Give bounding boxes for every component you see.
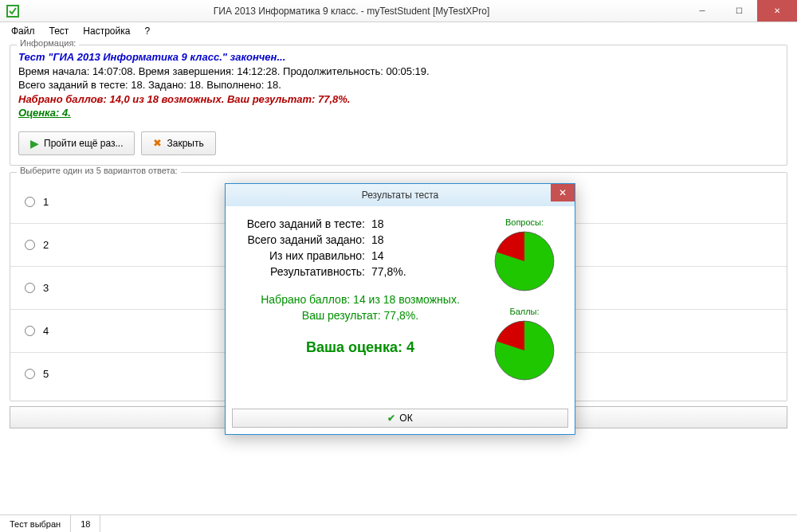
- info-score: Набрано баллов: 14,0 из 18 возможных. Ва…: [18, 92, 779, 107]
- stat-total-label: Всего заданий в тесте:: [240, 217, 371, 230]
- close-button-label: Закрыть: [167, 138, 203, 149]
- menu-settings[interactable]: Настройка: [77, 24, 136, 38]
- chart-points-label: Баллы:: [489, 307, 560, 316]
- window-controls: ─ ☐ ✕: [684, 0, 797, 22]
- results-dialog: Результаты теста ✕ Всего заданий в тесте…: [225, 183, 575, 435]
- chart-questions-label: Вопросы:: [489, 217, 560, 227]
- answer-label-3: 3: [43, 282, 49, 294]
- menu-test[interactable]: Тест: [43, 24, 76, 38]
- answer-radio-2[interactable]: [25, 240, 35, 250]
- answer-label-2: 2: [43, 239, 49, 251]
- close-icon: ✖: [153, 137, 162, 149]
- answer-radio-3[interactable]: [25, 283, 35, 293]
- stat-result-value: 77,8%.: [371, 265, 406, 278]
- answer-radio-5[interactable]: [25, 369, 35, 379]
- dialog-title-bar: Результаты теста ✕: [226, 184, 575, 206]
- app-icon: [6, 5, 19, 18]
- stat-result-label: Результативность:: [240, 265, 371, 278]
- info-test-finished: Тест "ГИА 2013 Информатика 9 класс." зак…: [18, 50, 779, 65]
- answer-label-1: 1: [43, 196, 49, 208]
- menu-help[interactable]: ?: [138, 24, 156, 38]
- info-timing: Время начала: 14:07:08. Время завершения…: [18, 65, 779, 79]
- info-panel: Информация: Тест "ГИА 2013 Информатика 9…: [10, 45, 787, 166]
- status-bar: Тест выбран 18: [0, 514, 797, 532]
- pie-chart-points: [492, 318, 557, 383]
- answer-label-5: 5: [43, 368, 49, 380]
- pie-chart-questions: [492, 229, 557, 294]
- info-grade: Оценка: 4.: [18, 106, 779, 120]
- menu-bar: Файл Тест Настройка ?: [0, 22, 797, 40]
- close-window-button[interactable]: ✕: [757, 0, 797, 22]
- check-icon: ✔: [387, 413, 395, 424]
- stat-correct-value: 14: [371, 249, 384, 262]
- maximize-button[interactable]: ☐: [720, 0, 757, 22]
- status-count: 18: [71, 515, 100, 532]
- dialog-score-line1: Набрано баллов: 14 из 18 возможных.: [240, 292, 481, 308]
- stat-asked-label: Всего заданий задано:: [240, 233, 371, 246]
- menu-file[interactable]: Файл: [5, 24, 41, 38]
- answer-radio-4[interactable]: [25, 326, 35, 336]
- dialog-close-button[interactable]: ✕: [551, 184, 575, 201]
- status-test-selected: Тест выбран: [0, 515, 71, 532]
- retry-button[interactable]: ▶ Пройти ещё раз...: [18, 131, 135, 155]
- stat-correct-label: Из них правильно:: [240, 249, 371, 262]
- stat-asked-value: 18: [371, 233, 384, 246]
- stat-total-value: 18: [371, 217, 384, 230]
- title-bar: ГИА 2013 Информатика 9 класс. - myTestSt…: [0, 0, 797, 22]
- answer-radio-1[interactable]: [25, 197, 35, 207]
- close-button[interactable]: ✖ Закрыть: [141, 131, 215, 155]
- dialog-ok-label: ОК: [399, 413, 412, 424]
- answers-panel-label: Выберите один из 5 вариантов ответа:: [17, 166, 181, 175]
- info-tasks: Всего заданий в тесте: 18. Задано: 18. В…: [18, 78, 779, 92]
- dialog-grade: Ваша оценка: 4: [240, 339, 481, 356]
- minimize-button[interactable]: ─: [684, 0, 720, 22]
- answer-label-4: 4: [43, 325, 49, 337]
- dialog-title: Результаты теста: [362, 190, 439, 201]
- window-title: ГИА 2013 Информатика 9 класс. - myTestSt…: [19, 6, 684, 17]
- retry-button-label: Пройти ещё раз...: [44, 138, 123, 149]
- dialog-score-line2: Ваш результат: 77,8%.: [240, 308, 481, 324]
- play-icon: ▶: [30, 137, 39, 150]
- info-panel-label: Информация:: [17, 38, 79, 48]
- dialog-ok-button[interactable]: ✔ ОК: [232, 409, 568, 428]
